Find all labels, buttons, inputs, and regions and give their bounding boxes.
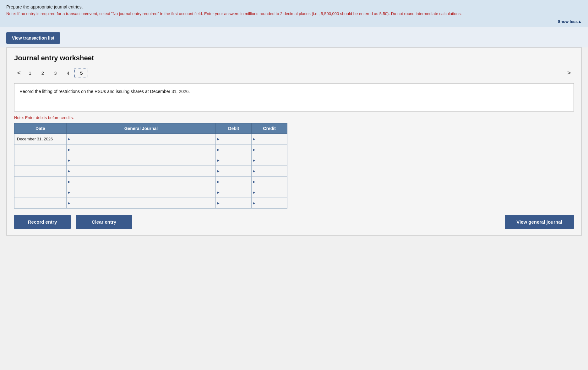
- credit-input-4[interactable]: [252, 177, 287, 187]
- journal-input-6[interactable]: [67, 198, 216, 208]
- date-cell-3: [14, 166, 67, 176]
- instruction-banner: Prepare the appropriate journal entries.…: [0, 0, 588, 27]
- table-row: [14, 198, 287, 208]
- col-header-debit: Debit: [216, 123, 252, 133]
- table-row: [14, 176, 287, 187]
- journal-input-cell-6[interactable]: [66, 198, 216, 208]
- credit-input-cell-2[interactable]: [252, 155, 287, 166]
- journal-input-cell-3[interactable]: [66, 166, 216, 176]
- journal-input-cell-2[interactable]: [66, 155, 216, 166]
- credit-input-cell-0[interactable]: [252, 133, 287, 144]
- journal-input-1[interactable]: [67, 144, 216, 155]
- credit-input-6[interactable]: [252, 198, 287, 208]
- credit-input-1[interactable]: [252, 144, 287, 155]
- journal-input-cell-5[interactable]: [66, 187, 216, 198]
- table-row: [14, 144, 287, 155]
- date-cell-5: [14, 187, 67, 198]
- date-cell-2: [14, 155, 67, 166]
- debit-input-3[interactable]: [216, 166, 251, 176]
- instruction-note: Note: If no entry is required for a tran…: [6, 11, 582, 17]
- date-cell-0: December 31, 2026: [14, 133, 67, 144]
- date-cell-4: [14, 176, 67, 187]
- debit-input-cell-3[interactable]: [216, 166, 252, 176]
- tab-next-arrow[interactable]: >: [564, 68, 574, 78]
- debit-input-0[interactable]: [216, 134, 251, 144]
- tab-navigation: < 1 2 3 4 5 >: [14, 68, 574, 78]
- debit-input-2[interactable]: [216, 155, 251, 166]
- debit-input-6[interactable]: [216, 198, 251, 208]
- credit-input-2[interactable]: [252, 155, 287, 166]
- show-less-link[interactable]: Show less▲: [558, 19, 582, 24]
- col-header-journal: General Journal: [66, 123, 216, 133]
- worksheet-container: Journal entry worksheet < 1 2 3 4 5 > Re…: [6, 47, 582, 236]
- transaction-list-area: View transaction list: [0, 27, 588, 47]
- debit-input-5[interactable]: [216, 187, 251, 198]
- journal-table: Date General Journal Debit Credit Decemb…: [14, 123, 287, 209]
- table-row: [14, 187, 287, 198]
- note-debits: Note: Enter debits before credits.: [14, 115, 574, 120]
- journal-input-2[interactable]: [67, 155, 216, 166]
- journal-input-cell-0[interactable]: [66, 133, 216, 144]
- journal-input-3[interactable]: [67, 166, 216, 176]
- credit-input-cell-6[interactable]: [252, 198, 287, 208]
- debit-input-4[interactable]: [216, 177, 251, 187]
- credit-input-cell-4[interactable]: [252, 176, 287, 187]
- table-row: [14, 166, 287, 176]
- debit-input-cell-0[interactable]: [216, 133, 252, 144]
- credit-input-cell-1[interactable]: [252, 144, 287, 155]
- journal-input-5[interactable]: [67, 187, 216, 198]
- worksheet-title: Journal entry worksheet: [14, 54, 574, 62]
- credit-input-cell-5[interactable]: [252, 187, 287, 198]
- date-cell-6: [14, 198, 67, 208]
- journal-input-0[interactable]: [67, 134, 216, 144]
- clear-entry-button[interactable]: Clear entry: [76, 215, 132, 229]
- table-row: [14, 155, 287, 166]
- col-header-credit: Credit: [252, 123, 287, 133]
- date-cell-1: [14, 144, 67, 155]
- table-row: December 31, 2026: [14, 133, 287, 144]
- tab-2[interactable]: 2: [36, 68, 49, 78]
- debit-input-cell-4[interactable]: [216, 176, 252, 187]
- tab-5[interactable]: 5: [74, 68, 88, 78]
- credit-input-cell-3[interactable]: [252, 166, 287, 176]
- tab-3[interactable]: 3: [49, 68, 62, 78]
- debit-input-1[interactable]: [216, 144, 251, 155]
- tab-1[interactable]: 1: [24, 68, 36, 78]
- debit-input-cell-2[interactable]: [216, 155, 252, 166]
- debit-input-cell-5[interactable]: [216, 187, 252, 198]
- description-box: Record the lifting of restrictions on th…: [14, 83, 574, 112]
- credit-input-3[interactable]: [252, 166, 287, 176]
- view-general-journal-button[interactable]: View general journal: [505, 215, 574, 229]
- credit-input-0[interactable]: [252, 134, 287, 144]
- journal-input-cell-4[interactable]: [66, 176, 216, 187]
- view-transaction-list-button[interactable]: View transaction list: [6, 32, 60, 44]
- credit-input-5[interactable]: [252, 187, 287, 198]
- bottom-buttons: Record entry Clear entry View general jo…: [14, 215, 574, 229]
- show-less-area: Show less▲: [6, 19, 582, 24]
- debit-input-cell-1[interactable]: [216, 144, 252, 155]
- instruction-title: Prepare the appropriate journal entries.: [6, 4, 582, 9]
- col-header-date: Date: [14, 123, 67, 133]
- journal-input-4[interactable]: [67, 177, 216, 187]
- tab-4[interactable]: 4: [62, 68, 74, 78]
- tab-prev-arrow[interactable]: <: [14, 68, 24, 78]
- journal-input-cell-1[interactable]: [66, 144, 216, 155]
- record-entry-button[interactable]: Record entry: [14, 215, 71, 229]
- debit-input-cell-6[interactable]: [216, 198, 252, 208]
